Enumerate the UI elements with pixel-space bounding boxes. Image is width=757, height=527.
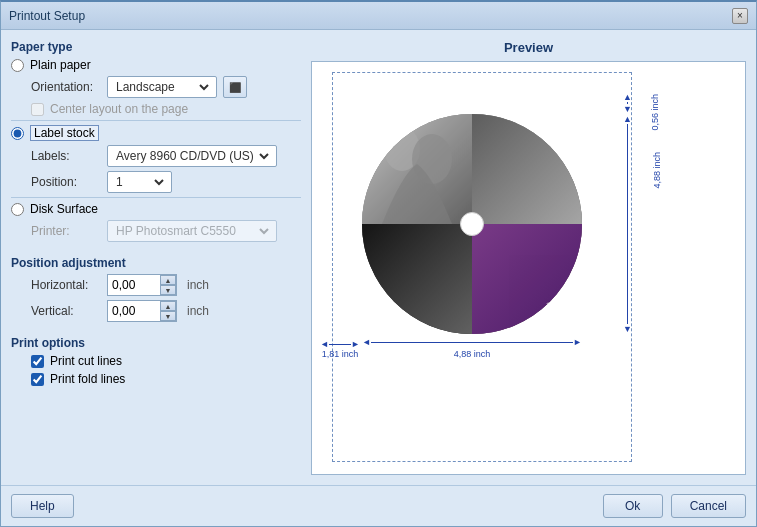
disk-surface-label: Disk Surface: [30, 202, 98, 216]
vertical-spin-down[interactable]: ▼: [160, 311, 176, 321]
position-row: Position: 1 2 3: [11, 171, 301, 193]
print-cut-lines-row: Print cut lines: [11, 354, 301, 368]
arrow-head-right-width: ►: [573, 337, 582, 347]
print-fold-lines-label: Print fold lines: [50, 372, 125, 386]
arrow-head-left-left: ◄: [320, 339, 329, 349]
help-button[interactable]: Help: [11, 494, 74, 518]
labels-select-box[interactable]: Avery 8960 CD/DVD (US) Avery 5931 CD/DVD: [107, 145, 277, 167]
labels-row: Labels: Avery 8960 CD/DVD (US) Avery 593…: [11, 145, 301, 167]
ok-button[interactable]: Ok: [603, 494, 663, 518]
arrow-head-down-top: ▼: [623, 104, 632, 114]
preview-label: Preview: [311, 40, 746, 55]
plain-paper-label: Plain paper: [30, 58, 91, 72]
width-label: 4,88 inch: [454, 349, 491, 359]
paper-type-section: Paper type Plain paper Orientation: Land…: [11, 40, 301, 246]
preview-area: ▲ ▼ 4,88 inch ▲ ▼ 0,56 inch: [311, 61, 746, 475]
print-cut-lines-label: Print cut lines: [50, 354, 122, 368]
plain-paper-radio[interactable]: [11, 59, 24, 72]
center-layout-checkbox[interactable]: [31, 103, 44, 116]
printer-select-box: HP Photosmart C5550: [107, 220, 277, 242]
paper-type-title: Paper type: [11, 40, 301, 54]
plain-paper-row: Plain paper: [11, 58, 301, 72]
position-adjustment-section: Position adjustment Horizontal: ▲ ▼ inch: [11, 256, 301, 326]
print-fold-lines-row: Print fold lines: [11, 372, 301, 386]
arrow-head-right-left: ►: [351, 339, 360, 349]
labels-select[interactable]: Avery 8960 CD/DVD (US) Avery 5931 CD/DVD: [112, 148, 272, 164]
vertical-input-wrap: ▲ ▼: [107, 300, 177, 322]
disc-q1: [362, 114, 472, 224]
vertical-label: Vertical:: [31, 304, 101, 318]
height-label: 4,88 inch: [652, 152, 662, 189]
arrow-head-down-height: ▼: [623, 324, 632, 334]
left-offset-measurement: ◄ ► 1,81 inch: [320, 339, 360, 359]
orientation-select[interactable]: Landscape Portrait: [112, 79, 212, 95]
printer-select: HP Photosmart C5550: [112, 223, 272, 239]
disk-surface-radio[interactable]: [11, 203, 24, 216]
horizontal-spin-up[interactable]: ▲: [160, 275, 176, 285]
orientation-label: Orientation:: [31, 80, 101, 94]
disc-q2: [472, 114, 582, 224]
title-bar: Printout Setup ×: [1, 2, 756, 30]
orientation-icon-button[interactable]: ⬛: [223, 76, 247, 98]
disc-q3: [362, 224, 472, 334]
vertical-spinners: ▲ ▼: [160, 301, 176, 321]
horizontal-row: Horizontal: ▲ ▼ inch: [11, 274, 301, 296]
width-arrow-row: ◄ ►: [362, 337, 582, 347]
arrow-head-up-height: ▲: [623, 114, 632, 124]
horizontal-spin-down[interactable]: ▼: [160, 285, 176, 295]
cd-disc: LoveStory: [362, 114, 582, 334]
center-layout-label: Center layout on the page: [50, 102, 188, 116]
labels-label: Labels:: [31, 149, 101, 163]
label-stock-label: Label stock: [30, 125, 99, 141]
position-label: Position:: [31, 175, 101, 189]
print-options-title: Print options: [11, 336, 301, 350]
center-layout-row: Center layout on the page: [11, 102, 301, 116]
cancel-button[interactable]: Cancel: [671, 494, 746, 518]
position-select[interactable]: 1 2 3: [112, 174, 167, 190]
top-offset-measurement: ▲ ▼: [623, 92, 632, 114]
left-arrow-row: ◄ ►: [320, 339, 360, 349]
dialog-content: Paper type Plain paper Orientation: Land…: [1, 30, 756, 485]
left-offset-label: 1,81 inch: [322, 349, 359, 359]
print-cut-lines-checkbox[interactable]: [31, 355, 44, 368]
height-measure-line: [627, 124, 628, 324]
left-panel: Paper type Plain paper Orientation: Land…: [11, 40, 301, 475]
printout-setup-dialog: Printout Setup × Paper type Plain paper …: [0, 0, 757, 527]
print-fold-lines-checkbox[interactable]: [31, 373, 44, 386]
orientation-row: Orientation: Landscape Portrait ⬛: [11, 76, 301, 98]
disk-surface-row: Disk Surface: [11, 202, 301, 216]
horizontal-unit: inch: [187, 278, 209, 292]
dialog-title: Printout Setup: [9, 9, 85, 23]
right-panel: Preview ▲ ▼ 4,88 inch ▲: [311, 40, 746, 475]
arrow-head-up-top: ▲: [623, 92, 632, 102]
horizontal-spinners: ▲ ▼: [160, 275, 176, 295]
printer-label: Printer:: [31, 224, 101, 238]
vertical-spin-up[interactable]: ▲: [160, 301, 176, 311]
label-stock-row: Label stock: [11, 125, 301, 141]
horizontal-input-wrap: ▲ ▼: [107, 274, 177, 296]
left-measure-line: [329, 344, 351, 345]
label-stock-radio[interactable]: [11, 127, 24, 140]
love-story-text: LoveStory: [545, 295, 578, 331]
vertical-row: Vertical: ▲ ▼ inch: [11, 300, 301, 322]
height-measurement: ▲ ▼: [623, 114, 632, 334]
orientation-select-box[interactable]: Landscape Portrait: [107, 76, 217, 98]
width-measurement: ◄ ► 4,88 inch: [362, 337, 582, 359]
disc-q4: LoveStory: [472, 224, 582, 334]
top-offset-label: 0,56 inch: [650, 94, 660, 131]
footer-right-buttons: Ok Cancel: [603, 494, 746, 518]
close-button[interactable]: ×: [732, 8, 748, 24]
position-adjustment-title: Position adjustment: [11, 256, 301, 270]
vertical-unit: inch: [187, 304, 209, 318]
printer-row: Printer: HP Photosmart C5550: [11, 220, 301, 242]
width-measure-line: [371, 342, 573, 343]
print-options-section: Print options Print cut lines Print fold…: [11, 336, 301, 390]
footer: Help Ok Cancel: [1, 485, 756, 526]
horizontal-label: Horizontal:: [31, 278, 101, 292]
disc-measurement-wrap: ▲ ▼ 4,88 inch ▲ ▼ 0,56 inch: [362, 92, 582, 334]
q1-image: [362, 114, 472, 224]
arrow-head-left-width: ◄: [362, 337, 371, 347]
position-select-box[interactable]: 1 2 3: [107, 171, 172, 193]
cd-center-hole: [460, 212, 484, 236]
